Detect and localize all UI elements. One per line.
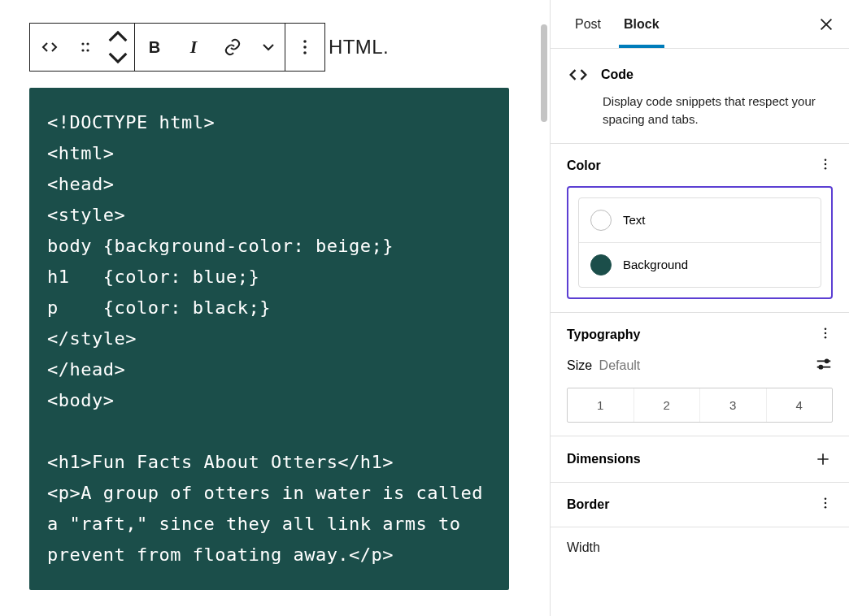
scrollbar-thumb[interactable] xyxy=(541,24,547,122)
move-handle[interactable] xyxy=(102,24,134,71)
chevron-down-icon xyxy=(108,48,128,67)
block-toolbar: B I HTML. xyxy=(29,23,509,72)
editor-canvas: B I HTML. <!DOCTYPE html> <html> <head> … xyxy=(0,0,538,616)
svg-point-0 xyxy=(81,42,84,45)
svg-point-1 xyxy=(86,42,89,45)
kebab-icon xyxy=(818,157,833,171)
svg-point-2 xyxy=(81,49,84,51)
color-row-label: Text xyxy=(623,213,646,227)
size-default-label: Default xyxy=(599,358,641,372)
font-size-option[interactable]: 4 xyxy=(766,388,833,422)
plus-icon xyxy=(815,451,831,467)
svg-point-14 xyxy=(825,359,829,362)
svg-point-4 xyxy=(303,40,307,43)
color-panel: Color Text Background xyxy=(551,144,849,313)
block-description-panel: Code Display code snippets that respect … xyxy=(551,49,849,144)
typography-panel-options[interactable] xyxy=(818,326,833,344)
sliders-icon xyxy=(815,355,833,373)
dimensions-panel[interactable]: Dimensions xyxy=(551,436,849,483)
svg-point-16 xyxy=(819,365,822,368)
add-dimensions-button[interactable] xyxy=(813,449,833,469)
panel-title-typography: Typography xyxy=(567,328,640,342)
color-row-text[interactable]: Text xyxy=(579,198,821,242)
custom-size-toggle[interactable] xyxy=(815,355,833,376)
color-panel-options[interactable] xyxy=(818,157,833,175)
font-size-option[interactable]: 1 xyxy=(568,388,633,422)
inline-html-label: HTML. xyxy=(329,36,389,59)
close-icon xyxy=(817,15,835,33)
code-icon xyxy=(567,63,590,86)
svg-point-5 xyxy=(303,46,307,49)
svg-point-6 xyxy=(303,51,307,54)
font-size-segments: 1 2 3 4 xyxy=(567,388,833,423)
tab-post[interactable]: Post xyxy=(564,0,612,48)
width-panel: Width xyxy=(551,527,849,555)
panel-title-dimensions: Dimensions xyxy=(567,452,641,466)
svg-point-3 xyxy=(86,49,89,51)
block-name: Code xyxy=(601,67,633,82)
border-panel[interactable]: Border xyxy=(551,483,849,527)
panel-title-width: Width xyxy=(567,540,600,555)
color-row-label: Background xyxy=(623,258,688,271)
panel-title-border: Border xyxy=(567,497,609,512)
svg-point-17 xyxy=(825,497,827,500)
font-size-option[interactable]: 2 xyxy=(633,388,700,422)
options-button[interactable] xyxy=(285,24,324,71)
kebab-icon xyxy=(818,496,833,510)
link-button[interactable] xyxy=(213,24,252,71)
svg-point-12 xyxy=(825,336,827,338)
bold-button[interactable]: B xyxy=(135,24,174,71)
svg-point-7 xyxy=(825,158,827,161)
svg-point-18 xyxy=(825,501,827,504)
scrollbar-track[interactable] xyxy=(538,0,550,616)
tab-block[interactable]: Block xyxy=(612,0,671,48)
panel-title-color: Color xyxy=(567,158,601,173)
svg-point-11 xyxy=(825,332,827,334)
text-color-swatch xyxy=(590,210,612,231)
kebab-icon xyxy=(818,326,833,341)
code-block-content[interactable]: <!DOCTYPE html> <html> <head> <style> bo… xyxy=(29,88,509,590)
italic-button[interactable]: I xyxy=(174,24,213,71)
more-rich-text-button[interactable] xyxy=(252,24,285,71)
svg-point-9 xyxy=(825,167,827,169)
drag-handle-icon[interactable] xyxy=(69,24,102,71)
typography-panel: Typography Size Default 1 2 3 4 xyxy=(551,313,849,436)
settings-sidebar: Post Block Code Display code snippets th… xyxy=(550,0,849,616)
font-size-option[interactable]: 3 xyxy=(699,388,766,422)
block-type-icon[interactable] xyxy=(30,24,69,71)
background-color-swatch xyxy=(590,254,612,275)
svg-point-10 xyxy=(825,328,827,330)
svg-point-19 xyxy=(825,505,827,508)
svg-point-8 xyxy=(825,163,827,165)
color-row-background[interactable]: Background xyxy=(579,242,821,287)
block-description: Display code snippets that respect your … xyxy=(567,93,833,128)
size-label: Size xyxy=(567,358,592,372)
chevron-up-icon xyxy=(108,27,128,46)
border-panel-options[interactable] xyxy=(818,496,833,514)
close-sidebar-button[interactable] xyxy=(810,8,842,41)
